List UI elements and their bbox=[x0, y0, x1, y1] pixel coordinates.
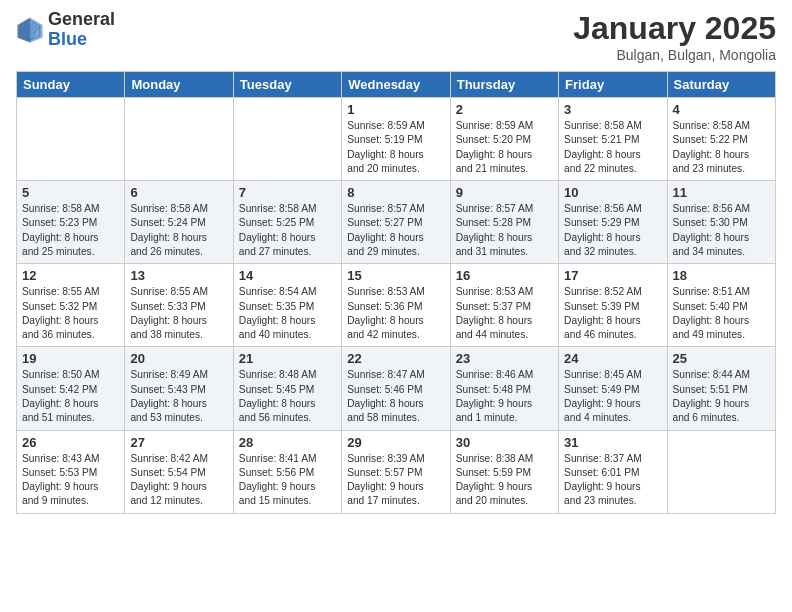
day-number: 21 bbox=[239, 351, 336, 366]
table-row: 14Sunrise: 8:54 AM Sunset: 5:35 PM Dayli… bbox=[233, 264, 341, 347]
calendar-week-row: 19Sunrise: 8:50 AM Sunset: 5:42 PM Dayli… bbox=[17, 347, 776, 430]
day-info: Sunrise: 8:38 AM Sunset: 5:59 PM Dayligh… bbox=[456, 452, 553, 509]
table-row: 11Sunrise: 8:56 AM Sunset: 5:30 PM Dayli… bbox=[667, 181, 775, 264]
day-info: Sunrise: 8:51 AM Sunset: 5:40 PM Dayligh… bbox=[673, 285, 770, 342]
table-row: 1Sunrise: 8:59 AM Sunset: 5:19 PM Daylig… bbox=[342, 98, 450, 181]
day-info: Sunrise: 8:53 AM Sunset: 5:37 PM Dayligh… bbox=[456, 285, 553, 342]
day-number: 15 bbox=[347, 268, 444, 283]
col-sunday: Sunday bbox=[17, 72, 125, 98]
day-number: 1 bbox=[347, 102, 444, 117]
calendar-week-row: 12Sunrise: 8:55 AM Sunset: 5:32 PM Dayli… bbox=[17, 264, 776, 347]
table-row: 22Sunrise: 8:47 AM Sunset: 5:46 PM Dayli… bbox=[342, 347, 450, 430]
month-title: January 2025 bbox=[573, 10, 776, 47]
day-number: 30 bbox=[456, 435, 553, 450]
day-info: Sunrise: 8:37 AM Sunset: 6:01 PM Dayligh… bbox=[564, 452, 661, 509]
logo: General Blue bbox=[16, 10, 115, 50]
table-row: 31Sunrise: 8:37 AM Sunset: 6:01 PM Dayli… bbox=[559, 430, 667, 513]
table-row: 9Sunrise: 8:57 AM Sunset: 5:28 PM Daylig… bbox=[450, 181, 558, 264]
table-row: 24Sunrise: 8:45 AM Sunset: 5:49 PM Dayli… bbox=[559, 347, 667, 430]
day-info: Sunrise: 8:57 AM Sunset: 5:27 PM Dayligh… bbox=[347, 202, 444, 259]
day-info: Sunrise: 8:55 AM Sunset: 5:32 PM Dayligh… bbox=[22, 285, 119, 342]
day-number: 29 bbox=[347, 435, 444, 450]
col-saturday: Saturday bbox=[667, 72, 775, 98]
table-row: 17Sunrise: 8:52 AM Sunset: 5:39 PM Dayli… bbox=[559, 264, 667, 347]
day-info: Sunrise: 8:53 AM Sunset: 5:36 PM Dayligh… bbox=[347, 285, 444, 342]
day-number: 14 bbox=[239, 268, 336, 283]
table-row: 23Sunrise: 8:46 AM Sunset: 5:48 PM Dayli… bbox=[450, 347, 558, 430]
table-row: 10Sunrise: 8:56 AM Sunset: 5:29 PM Dayli… bbox=[559, 181, 667, 264]
table-row: 28Sunrise: 8:41 AM Sunset: 5:56 PM Dayli… bbox=[233, 430, 341, 513]
col-tuesday: Tuesday bbox=[233, 72, 341, 98]
table-row bbox=[233, 98, 341, 181]
day-info: Sunrise: 8:52 AM Sunset: 5:39 PM Dayligh… bbox=[564, 285, 661, 342]
day-number: 11 bbox=[673, 185, 770, 200]
logo-icon bbox=[16, 16, 44, 44]
table-row: 5Sunrise: 8:58 AM Sunset: 5:23 PM Daylig… bbox=[17, 181, 125, 264]
table-row: 26Sunrise: 8:43 AM Sunset: 5:53 PM Dayli… bbox=[17, 430, 125, 513]
table-row: 21Sunrise: 8:48 AM Sunset: 5:45 PM Dayli… bbox=[233, 347, 341, 430]
table-row: 4Sunrise: 8:58 AM Sunset: 5:22 PM Daylig… bbox=[667, 98, 775, 181]
day-info: Sunrise: 8:49 AM Sunset: 5:43 PM Dayligh… bbox=[130, 368, 227, 425]
day-number: 16 bbox=[456, 268, 553, 283]
logo-text: General Blue bbox=[48, 10, 115, 50]
day-number: 19 bbox=[22, 351, 119, 366]
page-header: General Blue January 2025 Bulgan, Bulgan… bbox=[16, 10, 776, 63]
day-number: 7 bbox=[239, 185, 336, 200]
day-info: Sunrise: 8:57 AM Sunset: 5:28 PM Dayligh… bbox=[456, 202, 553, 259]
day-info: Sunrise: 8:59 AM Sunset: 5:19 PM Dayligh… bbox=[347, 119, 444, 176]
col-monday: Monday bbox=[125, 72, 233, 98]
day-info: Sunrise: 8:56 AM Sunset: 5:30 PM Dayligh… bbox=[673, 202, 770, 259]
table-row: 18Sunrise: 8:51 AM Sunset: 5:40 PM Dayli… bbox=[667, 264, 775, 347]
table-row: 16Sunrise: 8:53 AM Sunset: 5:37 PM Dayli… bbox=[450, 264, 558, 347]
day-info: Sunrise: 8:46 AM Sunset: 5:48 PM Dayligh… bbox=[456, 368, 553, 425]
logo-general: General bbox=[48, 10, 115, 30]
table-row: 25Sunrise: 8:44 AM Sunset: 5:51 PM Dayli… bbox=[667, 347, 775, 430]
table-row: 29Sunrise: 8:39 AM Sunset: 5:57 PM Dayli… bbox=[342, 430, 450, 513]
col-thursday: Thursday bbox=[450, 72, 558, 98]
day-number: 12 bbox=[22, 268, 119, 283]
day-info: Sunrise: 8:43 AM Sunset: 5:53 PM Dayligh… bbox=[22, 452, 119, 509]
table-row: 19Sunrise: 8:50 AM Sunset: 5:42 PM Dayli… bbox=[17, 347, 125, 430]
calendar-week-row: 1Sunrise: 8:59 AM Sunset: 5:19 PM Daylig… bbox=[17, 98, 776, 181]
calendar-header-row: Sunday Monday Tuesday Wednesday Thursday… bbox=[17, 72, 776, 98]
day-number: 5 bbox=[22, 185, 119, 200]
day-number: 20 bbox=[130, 351, 227, 366]
table-row bbox=[667, 430, 775, 513]
day-info: Sunrise: 8:58 AM Sunset: 5:21 PM Dayligh… bbox=[564, 119, 661, 176]
day-number: 23 bbox=[456, 351, 553, 366]
day-number: 10 bbox=[564, 185, 661, 200]
day-info: Sunrise: 8:58 AM Sunset: 5:25 PM Dayligh… bbox=[239, 202, 336, 259]
table-row: 8Sunrise: 8:57 AM Sunset: 5:27 PM Daylig… bbox=[342, 181, 450, 264]
day-number: 27 bbox=[130, 435, 227, 450]
table-row: 6Sunrise: 8:58 AM Sunset: 5:24 PM Daylig… bbox=[125, 181, 233, 264]
table-row: 12Sunrise: 8:55 AM Sunset: 5:32 PM Dayli… bbox=[17, 264, 125, 347]
table-row bbox=[125, 98, 233, 181]
table-row: 27Sunrise: 8:42 AM Sunset: 5:54 PM Dayli… bbox=[125, 430, 233, 513]
day-info: Sunrise: 8:58 AM Sunset: 5:22 PM Dayligh… bbox=[673, 119, 770, 176]
calendar-week-row: 5Sunrise: 8:58 AM Sunset: 5:23 PM Daylig… bbox=[17, 181, 776, 264]
table-row: 20Sunrise: 8:49 AM Sunset: 5:43 PM Dayli… bbox=[125, 347, 233, 430]
table-row bbox=[17, 98, 125, 181]
day-info: Sunrise: 8:45 AM Sunset: 5:49 PM Dayligh… bbox=[564, 368, 661, 425]
day-number: 3 bbox=[564, 102, 661, 117]
table-row: 13Sunrise: 8:55 AM Sunset: 5:33 PM Dayli… bbox=[125, 264, 233, 347]
logo-blue: Blue bbox=[48, 30, 115, 50]
col-wednesday: Wednesday bbox=[342, 72, 450, 98]
day-number: 9 bbox=[456, 185, 553, 200]
day-info: Sunrise: 8:58 AM Sunset: 5:23 PM Dayligh… bbox=[22, 202, 119, 259]
table-row: 7Sunrise: 8:58 AM Sunset: 5:25 PM Daylig… bbox=[233, 181, 341, 264]
day-number: 25 bbox=[673, 351, 770, 366]
day-info: Sunrise: 8:50 AM Sunset: 5:42 PM Dayligh… bbox=[22, 368, 119, 425]
day-number: 17 bbox=[564, 268, 661, 283]
day-number: 26 bbox=[22, 435, 119, 450]
day-number: 31 bbox=[564, 435, 661, 450]
day-info: Sunrise: 8:39 AM Sunset: 5:57 PM Dayligh… bbox=[347, 452, 444, 509]
col-friday: Friday bbox=[559, 72, 667, 98]
day-info: Sunrise: 8:55 AM Sunset: 5:33 PM Dayligh… bbox=[130, 285, 227, 342]
table-row: 2Sunrise: 8:59 AM Sunset: 5:20 PM Daylig… bbox=[450, 98, 558, 181]
day-number: 22 bbox=[347, 351, 444, 366]
day-info: Sunrise: 8:58 AM Sunset: 5:24 PM Dayligh… bbox=[130, 202, 227, 259]
location: Bulgan, Bulgan, Mongolia bbox=[573, 47, 776, 63]
table-row: 3Sunrise: 8:58 AM Sunset: 5:21 PM Daylig… bbox=[559, 98, 667, 181]
table-row: 15Sunrise: 8:53 AM Sunset: 5:36 PM Dayli… bbox=[342, 264, 450, 347]
